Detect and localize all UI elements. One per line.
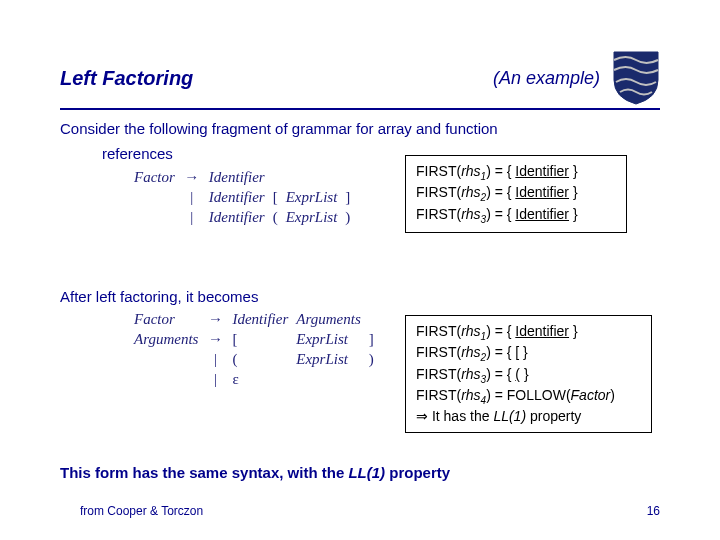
title-underline: [60, 108, 660, 110]
first-line: FIRST(rhs4) = FOLLOW(Factor): [416, 386, 641, 407]
arrow-icon: →: [202, 330, 228, 349]
crest-icon: [612, 50, 660, 106]
arrow-icon: →: [202, 310, 228, 329]
grammar-terminal: [: [269, 188, 282, 208]
first-line: FIRST(rhs3) = { ( }: [416, 365, 641, 386]
grammar-terminal: ]: [365, 330, 378, 350]
slide-content: Consider the following fragment of gramm…: [0, 120, 720, 483]
footer-page-number: 16: [647, 504, 660, 518]
after-text: After left factoring, it becomes: [60, 288, 660, 307]
first-line: FIRST(rhs2) = { [ }: [416, 343, 641, 364]
first-box-before: FIRST(rhs1) = { Identifier } FIRST(rhs2)…: [405, 155, 627, 233]
grammar-nonterminal: ExprList: [282, 208, 342, 228]
grammar-nonterminal: Arguments: [292, 310, 364, 330]
conclusion-text: This form has the same syntax, with the …: [60, 464, 660, 483]
grammar-nonterminal: Identifier: [205, 208, 269, 228]
grammar-nonterminal: Identifier: [205, 188, 269, 208]
first-line: FIRST(rhs3) = { Identifier }: [416, 205, 616, 226]
bar-icon: |: [179, 208, 205, 227]
slide-title: Left Factoring: [60, 67, 193, 90]
slide-footer: from Cooper & Torczon 16: [0, 504, 720, 518]
grammar-terminal: [: [228, 330, 292, 350]
first-line: FIRST(rhs1) = { Identifier }: [416, 322, 641, 343]
first-line-conclusion: ⇒ It has the LL(1) property: [416, 407, 641, 426]
bar-icon: |: [202, 370, 228, 389]
grammar-nonterminal: ExprList: [292, 330, 364, 350]
grammar-lhs: Factor: [130, 168, 179, 188]
first-line: FIRST(rhs2) = { Identifier }: [416, 183, 616, 204]
grammar-terminal: (: [228, 350, 292, 370]
grammar-terminal: (: [269, 208, 282, 228]
grammar-nonterminal: ExprList: [292, 350, 364, 370]
grammar-nonterminal: Identifier: [228, 310, 292, 330]
grammar-nonterminal: ExprList: [282, 188, 342, 208]
intro-text-line1: Consider the following fragment of gramm…: [60, 120, 660, 139]
grammar-terminal: ): [365, 350, 378, 370]
slide-subtitle: (An example): [493, 68, 600, 89]
first-box-after: FIRST(rhs1) = { Identifier } FIRST(rhs2)…: [405, 315, 652, 433]
arrow-icon: →: [179, 168, 205, 187]
bar-icon: |: [179, 188, 205, 207]
grammar-terminal: ): [341, 208, 354, 228]
slide-header: Left Factoring (An example): [0, 0, 720, 108]
grammar-terminal: ]: [341, 188, 354, 208]
first-line: FIRST(rhs1) = { Identifier }: [416, 162, 616, 183]
footer-source: from Cooper & Torczon: [80, 504, 203, 518]
grammar-lhs: Arguments: [130, 330, 202, 350]
bar-icon: |: [202, 350, 228, 369]
grammar-epsilon: ε: [228, 370, 292, 390]
grammar-lhs: Factor: [130, 310, 202, 330]
grammar-nonterminal: Identifier: [205, 168, 269, 188]
